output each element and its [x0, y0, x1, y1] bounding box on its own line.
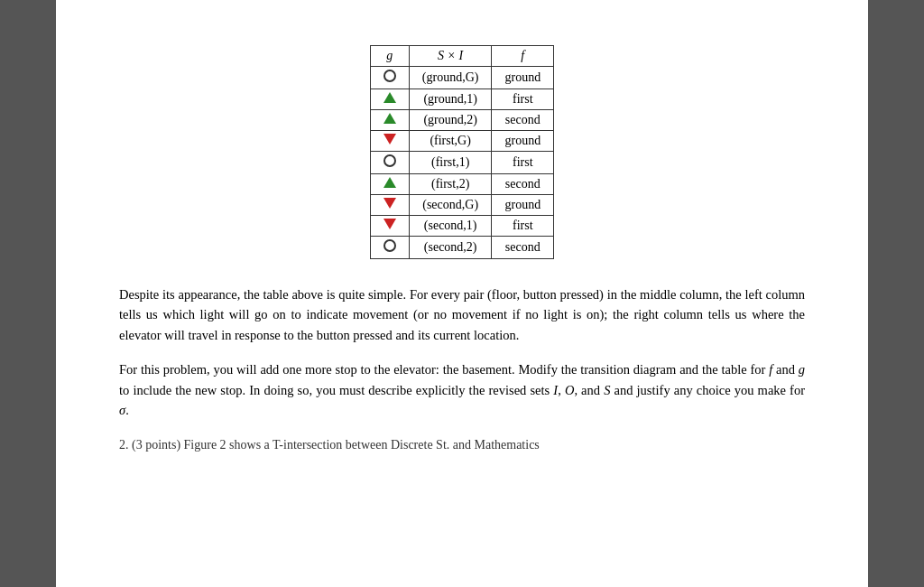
table-row: (first,1) first: [370, 152, 553, 174]
sxi-cell: (ground,2): [409, 110, 492, 131]
icon-cell: [370, 195, 409, 216]
sxi-cell: (ground,G): [409, 67, 492, 89]
table-row: (second,2) second: [370, 237, 553, 259]
bottom-text: 2. (3 points) Figure 2 shows a T-interse…: [119, 435, 805, 455]
circle-icon: [383, 239, 396, 252]
f-cell: first: [492, 216, 554, 237]
f-cell: ground: [492, 131, 554, 152]
f-cell: first: [492, 152, 554, 174]
f-cell: second: [492, 174, 554, 195]
table-row: (ground,2) second: [370, 110, 553, 131]
paragraph-1: Despite its appearance, the table above …: [119, 284, 805, 345]
f-cell: second: [492, 110, 554, 131]
table-row: (first,G) ground: [370, 131, 553, 152]
col-header-sxi: S × I: [409, 46, 492, 67]
paragraph-section: Despite its appearance, the table above …: [119, 284, 805, 470]
circle-icon: [383, 70, 396, 82]
table-row: (second,1) first: [370, 216, 553, 237]
table-row: (ground,1) first: [370, 89, 553, 110]
up-arrow-green-icon: [383, 113, 396, 124]
down-arrow-red-icon: [383, 198, 396, 209]
icon-cell: [370, 131, 409, 152]
sxi-cell: (second,1): [409, 216, 492, 237]
table-row: (second,G) ground: [370, 195, 553, 216]
sxi-cell: (second,2): [409, 237, 492, 259]
table-row: (first,2) second: [370, 174, 553, 195]
table-wrapper: g S × I f (ground,G) ground (g: [370, 45, 554, 259]
main-table: g S × I f (ground,G) ground (g: [370, 45, 554, 259]
col-header-g: g: [370, 46, 409, 67]
f-cell: second: [492, 237, 554, 259]
icon-cell: [370, 237, 409, 259]
page: g S × I f (ground,G) ground (g: [56, 0, 868, 587]
icon-cell: [370, 89, 409, 110]
icon-cell: [370, 174, 409, 195]
table-row: (ground,G) ground: [370, 67, 553, 89]
down-arrow-red-icon: [383, 134, 396, 144]
circle-icon: [383, 154, 396, 167]
sxi-cell: (first,1): [409, 152, 492, 174]
sxi-cell: (first,2): [409, 174, 492, 195]
icon-cell: [370, 152, 409, 174]
sxi-cell: (second,G): [409, 195, 492, 216]
down-arrow-red-icon: [383, 219, 396, 229]
paragraph-2: For this problem, you will add one more …: [119, 359, 805, 420]
content-area: g S × I f (ground,G) ground (g: [110, 36, 814, 470]
f-cell: ground: [492, 67, 554, 89]
icon-cell: [370, 216, 409, 237]
up-arrow-green-icon: [383, 177, 396, 188]
sxi-cell: (ground,1): [409, 89, 492, 110]
sxi-cell: (first,G): [409, 131, 492, 152]
icon-cell: [370, 110, 409, 131]
up-arrow-green-icon: [383, 92, 396, 103]
f-cell: ground: [492, 195, 554, 216]
icon-cell: [370, 67, 409, 89]
col-header-f: f: [492, 46, 554, 67]
f-cell: first: [492, 89, 554, 110]
